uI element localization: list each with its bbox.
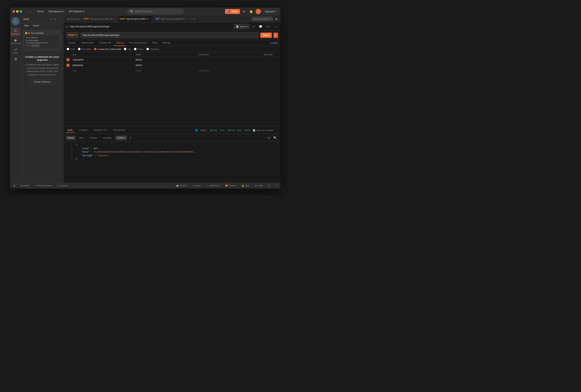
view-visualize[interactable]: Visualize — [101, 136, 114, 140]
environment-editor-button[interactable]: ⊞ — [274, 16, 279, 21]
comment-button[interactable]: 💬 — [258, 24, 264, 29]
search-response-button[interactable]: 🔍 — [272, 135, 278, 140]
tab-post-2-active[interactable]: POST http://localhost:8081 × — [118, 15, 154, 22]
more-tabs-button[interactable]: ▾ — [194, 17, 195, 20]
url-input[interactable] — [80, 32, 259, 38]
bell-icon-button[interactable]: 🔔 — [248, 9, 254, 14]
online-status[interactable]: Online — [20, 184, 30, 187]
method-selector[interactable]: POST ▾ — [66, 32, 79, 38]
edit-button[interactable]: ✏ — [251, 24, 256, 29]
close-button[interactable] — [12, 10, 15, 13]
response-toolbar: Pretty Raw Preview Visualize JSON ▾ ≡ ⎘ … — [64, 134, 280, 142]
back-button[interactable]: ‹ — [25, 9, 29, 14]
grid-button[interactable]: ⊞ — [268, 184, 272, 187]
tab-overview[interactable]: ⊞ Overview — [65, 15, 81, 22]
tab-post-1[interactable]: POST http://localhost:8081 × — [82, 15, 117, 22]
tab-tests[interactable]: Tests — [150, 40, 160, 46]
tab-body[interactable]: Body — [114, 40, 126, 46]
code-button[interactable]: </> — [265, 24, 272, 29]
vault-button[interactable]: 🔒 Vault — [240, 184, 251, 187]
response-tab-headers[interactable]: Headers (14) — [92, 128, 109, 133]
row-1-checkbox[interactable] — [67, 58, 70, 61]
find-replace-button[interactable]: ⊙ Find and replace — [33, 184, 53, 187]
minimize-button[interactable] — [16, 10, 18, 13]
environment-selector[interactable]: No environment ▾ — [252, 17, 273, 21]
upgrade-button[interactable]: Upgrade ▾ — [262, 9, 278, 14]
time-value: 296 ms — [228, 129, 235, 131]
avatar[interactable]: S — [256, 9, 261, 14]
more-options-button[interactable]: ··· — [57, 17, 61, 21]
body-option-urlencoded[interactable]: x-www-form-urlencoded — [94, 48, 121, 50]
filter-response-button[interactable]: ≡ — [128, 136, 132, 140]
tab-headers[interactable]: Headers (8) — [97, 40, 113, 46]
body-option-binary[interactable]: binary — [134, 48, 144, 50]
view-preview[interactable]: Preview — [87, 136, 99, 140]
tab-authorization[interactable]: Authorization — [79, 40, 96, 46]
layout-button[interactable]: ▦ — [12, 184, 16, 187]
copy-response-button[interactable]: ⎘ — [267, 135, 271, 140]
console-button[interactable]: ⊡ Console — [56, 184, 69, 187]
import-button[interactable]: Import — [32, 24, 40, 27]
response-json: 1 { 2 "code" : 200 , 3 "data" : — [64, 142, 280, 163]
sidebar-item-history[interactable]: ↺ History — [11, 46, 20, 55]
sidebar-item-collections[interactable]: ☰ Collections — [11, 27, 20, 36]
postbot-button[interactable]: 🤖 Postbot — [175, 184, 188, 187]
response-tab-tests[interactable]: Test Results — [111, 128, 127, 133]
cookies-link[interactable]: Cookies — [270, 42, 278, 44]
api-network-menu[interactable]: API Network ▾ — [67, 9, 86, 14]
new-item-button[interactable]: + — [49, 17, 52, 21]
invite-button[interactable]: 👤 Invite — [225, 9, 240, 14]
trash-button[interactable]: 🗑 Trash — [254, 184, 264, 187]
send-dropdown-button[interactable]: ▾ — [274, 32, 278, 38]
row-2-checkbox[interactable] — [67, 64, 70, 67]
proxy-button[interactable]: ⬡ Start Proxy — [206, 184, 221, 187]
view-raw[interactable]: Raw — [77, 136, 86, 140]
user-avatar[interactable]: 👤 — [12, 17, 20, 25]
tab-bar-right: No environment ▾ ⊞ — [252, 16, 279, 21]
response-status: 🌐 Status: 200 OK Time: 296 ms Size: 643 … — [195, 129, 278, 132]
settings-icon-button[interactable]: ⚙ — [242, 9, 246, 14]
collection-preview[interactable]: 📁 Your collection + ··· Your collection … — [23, 30, 61, 50]
response-tab-body[interactable]: Body — [66, 128, 75, 133]
response-more-button[interactable]: ··· — [276, 129, 278, 132]
tab-close-icon[interactable]: × — [114, 17, 115, 20]
desc-col-header: Description — [198, 53, 261, 56]
save-example-button[interactable]: 💾 Save as example — [253, 129, 273, 132]
tab-settings[interactable]: Settings — [160, 40, 173, 46]
tab-get[interactable]: GET http://localhost:8081/ × — [154, 15, 188, 22]
history-icon: ↺ — [14, 48, 17, 51]
sidebar-item-environments[interactable]: ◉ Environments — [11, 37, 20, 46]
bulk-edit-button[interactable]: ··· Bulk Edit — [261, 53, 277, 56]
forward-button[interactable]: › — [29, 9, 32, 14]
filter-button[interactable]: ≡ — [53, 17, 56, 21]
body-option-form-data[interactable]: form-data — [78, 48, 91, 50]
sidebar-item-flows[interactable]: ⊞ — [11, 56, 20, 62]
workspaces-menu[interactable]: Workspaces ▾ — [47, 9, 66, 14]
save-button[interactable]: 💾 Save ▾ — [234, 24, 250, 29]
tab-close-icon-get[interactable]: × — [185, 17, 186, 20]
help-button[interactable]: ? — [275, 184, 278, 187]
send-button[interactable]: Send — [260, 32, 272, 38]
empty-value: Value — [136, 69, 198, 72]
new-button[interactable]: New — [23, 24, 30, 27]
cookies-button[interactable]: 🍪 Cookies — [224, 184, 237, 187]
body-option-raw[interactable]: raw — [124, 48, 131, 50]
bottom-bar-right: 🤖 Postbot ▷ Runner ⬡ Start Proxy 🍪 Cooki… — [175, 184, 278, 187]
tab-params[interactable]: Params — [66, 40, 78, 46]
format-selector[interactable]: JSON ▾ — [115, 136, 127, 140]
body-option-graphql[interactable]: GraphQL — [146, 48, 159, 50]
expand-button[interactable]: ⤢ — [273, 24, 278, 29]
tab-pre-request[interactable]: Pre-request Script — [126, 40, 149, 46]
tab-close-icon-active[interactable]: × — [150, 17, 151, 20]
body-option-none[interactable]: none — [67, 48, 75, 50]
search-bar[interactable]: 🔍 Search Postman — [127, 9, 184, 14]
response-tab-cookies[interactable]: Cookies — [77, 128, 90, 133]
request-url-title: http://localhost:8081/api/auth/login — [70, 25, 232, 28]
empty-row[interactable]: Key Value Description — [64, 68, 280, 73]
create-collection-button[interactable]: Create Collection — [30, 79, 54, 84]
home-menu[interactable]: Home — [36, 9, 45, 14]
runner-button[interactable]: ▷ Runner — [191, 184, 202, 187]
maximize-button[interactable] — [20, 10, 22, 13]
view-pretty[interactable]: Pretty — [66, 136, 76, 140]
new-tab-button[interactable]: + — [189, 17, 193, 21]
